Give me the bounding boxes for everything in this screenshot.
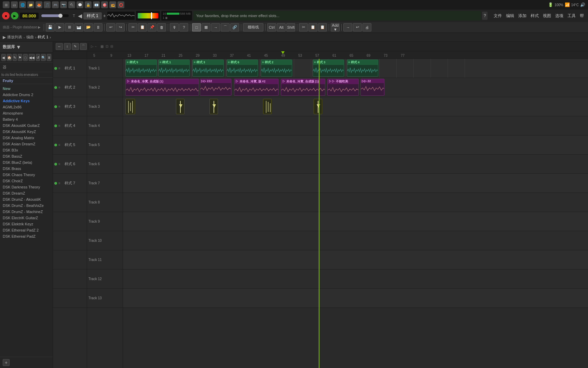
taskbar-icon-6[interactable]: 🎮 — [52, 1, 59, 8]
tool-arrow-l[interactable]: ↩ — [353, 23, 362, 31]
track-row-4[interactable] — [123, 116, 588, 135]
level-slider[interactable] — [136, 11, 160, 21]
taskbar-icon-14[interactable]: ⭕ — [118, 1, 124, 8]
plugin-item-dsk-drumz-akoustik[interactable]: DSK DrumZ - AkoustiK — [0, 196, 53, 202]
menu-file[interactable]: 文件 — [494, 13, 502, 19]
plugin-item-agml[interactable]: AGML2x86 — [0, 104, 53, 110]
plugin-item-atmosphere[interactable]: Atmosphere — [0, 110, 53, 116]
taskbar-icon-8[interactable]: 🔌 — [68, 1, 75, 8]
sidebar-nav-btn[interactable]: ◀◀ — [29, 54, 35, 61]
track-row-2[interactable]: ▷ 未命名_冷寞_合成版 (1) ▷▷ 222 — [123, 78, 588, 97]
clip-t2-3[interactable]: ▷ 未命名_冷寞_版 #2 — [234, 79, 278, 96]
track-row-1[interactable]: ≡ 样式 5 ≡ 样式 1 — [123, 59, 588, 78]
plugin-item-dsk-electrik[interactable]: DSK ElectriK GuitarZ — [0, 215, 53, 221]
clip-t2-1[interactable]: ▷ 未命名_冷寞_合成版 (1) — [125, 79, 199, 96]
track-row-13[interactable] — [123, 289, 588, 308]
bpm-display[interactable]: 80.000 — [20, 13, 39, 19]
track-row-9[interactable] — [123, 212, 588, 231]
tool-browser[interactable]: 📂 — [84, 23, 93, 31]
tool-copy[interactable]: 📋 — [138, 23, 147, 31]
clip-t1-5[interactable]: ≡ 样式 2 — [261, 60, 292, 77]
tool-undo[interactable]: ↩ — [106, 23, 115, 31]
taskbar-icon-1[interactable]: 🗂 — [11, 1, 18, 8]
stop-button[interactable]: ■ — [2, 12, 10, 19]
plugin-item-addictive-keys[interactable]: Addictive Keys — [0, 98, 53, 104]
track-row-3[interactable] — [123, 97, 588, 116]
clip-t3-2[interactable] — [176, 99, 184, 114]
plugin-item-dsk-choir[interactable]: DSK ChoirZ — [0, 178, 53, 184]
clip-t1-1[interactable]: ≡ 样式 5 — [125, 60, 157, 77]
taskbar-icon-4[interactable]: 🦊 — [36, 1, 42, 8]
nav-ts[interactable]: ts — [1, 73, 4, 77]
menu-edit[interactable]: 编辑 — [506, 13, 514, 19]
tool-cut[interactable]: ✂ — [128, 23, 137, 31]
tool-move[interactable]: → — [211, 23, 220, 31]
plugin-item-dsk-dreamz[interactable]: DSK DreamZ — [0, 190, 53, 196]
clip-t3-5[interactable] — [314, 99, 322, 114]
sidebar-loop-btn[interactable]: ↺ — [36, 54, 40, 61]
menu-add[interactable]: 添加 — [518, 13, 527, 19]
tool-select[interactable]: □ — [192, 23, 201, 31]
sidebar-home-btn[interactable]: 🏠 — [7, 54, 12, 61]
prev-button[interactable]: ◀ — [78, 13, 82, 19]
sidebar-zoom-btn[interactable]: 🔍 — [41, 54, 46, 61]
plugin-item-dsk-bassz[interactable]: DSK BassZ — [0, 153, 53, 159]
plugin-item-dsk-bluez[interactable]: DSK BlueZ (beta) — [0, 159, 53, 166]
taskbar-icon-2[interactable]: 🌐 — [19, 1, 26, 8]
play-button[interactable]: ▶ — [11, 12, 18, 19]
tool-paste2[interactable]: 📋 — [318, 23, 327, 31]
taskbar-icon-11[interactable]: 📧 — [93, 1, 100, 8]
sidebar-fruity-header[interactable]: Fruity — [0, 78, 53, 84]
clip-t2-2[interactable]: ▷▷ 222 — [200, 79, 231, 96]
breadcrumb-part1[interactable]: 播放列表 — [7, 35, 22, 40]
track-row-6[interactable] — [123, 155, 588, 174]
plugin-item-dsk-acoustic-keyz[interactable]: DSK AkoustiK KeyZ — [0, 129, 53, 135]
taskbar-icon-7[interactable]: 📷 — [60, 1, 67, 8]
add-pattern-button[interactable]: + — [103, 13, 106, 18]
tool-draw[interactable]: ⌒ — [221, 23, 230, 31]
menu-help[interactable]: 帮 — [580, 13, 584, 19]
sidebar-filter-btn[interactable]: ◌ — [23, 54, 28, 61]
clip-t1-3[interactable]: ≡ 样式 3 — [192, 60, 224, 77]
tool-help[interactable]: ? — [179, 23, 188, 31]
track-tool-pencil[interactable]: ✎ — [72, 43, 79, 50]
tool-piano-roll[interactable]: 🎹 — [74, 23, 83, 31]
plugin-item-dsk-darkness[interactable]: DSK Darkness Theory — [0, 184, 53, 190]
nav-generators[interactable]: enerators — [24, 73, 38, 77]
plugin-item-new[interactable]: New — [0, 86, 53, 92]
plugin-item-dsk-ethereal[interactable]: DSK Ethereal PadZ — [0, 233, 53, 239]
sidebar-section-ts[interactable]: 器 — [0, 64, 53, 70]
clip-t2-6[interactable]: ▷▷ 22 — [360, 79, 384, 96]
plugin-item-dsk-drumz-beatvoize[interactable]: DSK DrumZ - BeatVoiZe — [0, 202, 53, 209]
plugin-item-addictive-drums[interactable]: Addictive Drums 2 — [0, 92, 53, 98]
snap-button[interactable]: 棚格线 — [243, 23, 263, 31]
menu-tools[interactable]: 工具 — [568, 13, 576, 19]
clip-t2-5[interactable]: ▷▷ 不能吃美 — [327, 79, 359, 96]
timeline-ruler[interactable]: 5 9 13 17 21 25 29 33 37 41 45 49 53 57 — [87, 51, 588, 58]
pattern-display[interactable]: 样式 1 — [83, 12, 102, 19]
track-row-10[interactable] — [123, 231, 588, 250]
menu-options[interactable]: 选项 — [555, 13, 563, 19]
sidebar-search-btn[interactable]: ✎ — [13, 54, 17, 61]
track-tool-curve[interactable]: ⌒ — [80, 43, 87, 50]
track-row-5[interactable] — [123, 135, 588, 155]
plugin-item-dsk-b3x[interactable]: DSK B3x — [0, 147, 53, 153]
tool-step-seq[interactable]: ⊞ — [65, 23, 74, 31]
track-content[interactable]: ≡ 样式 5 ≡ 样式 1 — [123, 59, 588, 368]
taskbar-icon-13[interactable]: 📻 — [109, 1, 116, 8]
clip-t1-7[interactable]: ≡ 样式 4 — [347, 60, 378, 77]
track-row-12[interactable] — [123, 270, 588, 289]
plugin-item-dsk-ethereal2[interactable]: DSK Ethereal PadZ 2 — [0, 227, 53, 233]
key-alt[interactable]: Alt — [277, 23, 286, 31]
clip-t1-4[interactable]: ≡ 样式 6 — [227, 60, 258, 77]
tool-redo[interactable]: ↪ — [116, 23, 125, 31]
tool-mixer[interactable]: 🎚 — [94, 23, 102, 31]
breadcrumb-part3[interactable]: 样式 1 — [38, 35, 48, 40]
track-tool-draw[interactable]: ↕ — [64, 43, 71, 50]
track-row-8[interactable] — [123, 193, 588, 212]
taskbar-icon-12[interactable]: 🎯 — [101, 1, 108, 8]
clip-t1-2[interactable]: ≡ 样式 1 — [158, 60, 190, 77]
sidebar-add-button[interactable]: + — [3, 359, 10, 366]
track-row-7[interactable] — [123, 174, 588, 193]
tool-add[interactable]: Add ▼ — [331, 23, 340, 31]
